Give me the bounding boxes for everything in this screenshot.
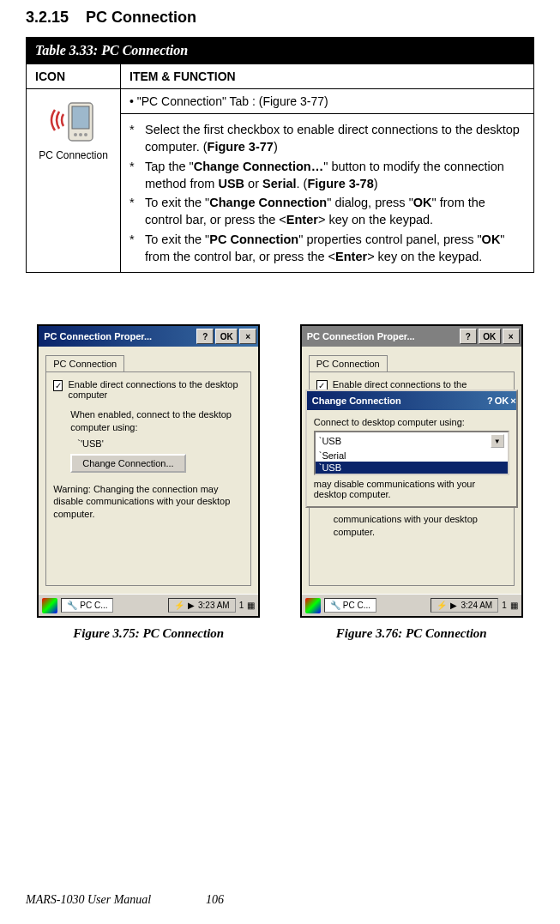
section-number: 3.2.15: [26, 9, 69, 26]
warning-text: Warning: Changing the connection may dis…: [53, 483, 244, 520]
window-titlebar: PC Connection Proper... ? OK ×: [302, 326, 521, 347]
function-cell: * Select the first checkbox to enable di…: [121, 114, 534, 273]
ok-button[interactable]: OK: [215, 329, 238, 344]
tray-icon: ⚡: [437, 601, 447, 610]
start-icon[interactable]: [42, 598, 57, 613]
svg-rect-1: [72, 106, 89, 129]
enable-checkbox[interactable]: ✓: [53, 380, 63, 391]
section-title: PC Connection: [86, 9, 196, 26]
start-icon[interactable]: [305, 598, 321, 613]
task-icon: 🔧: [67, 601, 77, 610]
help-button[interactable]: ?: [196, 329, 214, 344]
taskbar-task[interactable]: 🔧 PC C...: [324, 598, 376, 613]
task-label: PC C...: [343, 601, 370, 610]
bullet-marker: *: [129, 194, 140, 229]
chevron-down-icon[interactable]: ▼: [491, 434, 504, 448]
col-header-icon: ICON: [27, 64, 121, 89]
system-tray[interactable]: ⚡ ▶ 3:23 AM: [168, 598, 236, 613]
list-item: To exit the "Change Connection" dialog, …: [145, 194, 525, 229]
clock-time: 3:23 AM: [198, 601, 230, 610]
svg-point-2: [74, 133, 77, 136]
bullet-marker: *: [129, 231, 140, 266]
svg-point-3: [79, 133, 82, 136]
col-header-item: ITEM & FUNCTION: [121, 64, 534, 89]
close-button[interactable]: ×: [510, 396, 515, 406]
bullet-marker: *: [129, 121, 140, 156]
help-button[interactable]: ?: [460, 329, 477, 344]
list-item: To exit the "PC Connection" properties c…: [145, 231, 525, 266]
taskbar-task[interactable]: 🔧 PC C...: [61, 598, 113, 613]
select-value: `USB: [319, 436, 341, 446]
checkbox-label: Enable direct connections to the: [333, 379, 467, 390]
system-tray[interactable]: ⚡ ▶ 3:24 AM: [431, 598, 498, 613]
close-button[interactable]: ×: [239, 329, 256, 344]
dialog-warning: may disable communications with your des…: [314, 479, 509, 499]
bullet-marker: *: [129, 158, 140, 193]
tray-badge: 1: [239, 601, 244, 610]
page-footer: MARS-1030 User Manual 106: [26, 893, 534, 907]
figure-caption-right: Figure 3.76: PC Connection: [336, 626, 487, 641]
dialog-title: Change Connection: [312, 396, 485, 406]
pc-connection-table: Table 3.33: PC Connection ICON ITEM & FU…: [26, 37, 534, 273]
svg-point-4: [84, 133, 87, 136]
manual-name: MARS-1030 User Manual: [26, 893, 206, 907]
taskbar: 🔧 PC C... ⚡ ▶ 3:23 AM 1 ▦: [39, 594, 258, 616]
behind-warning-text: communications with your desktop compute…: [334, 513, 507, 538]
window-title: PC Connection Proper...: [44, 331, 196, 341]
icon-cell: PC Connection: [27, 89, 121, 273]
clock-arrow-icon: ▶: [188, 601, 195, 610]
pc-connection-icon: [48, 94, 99, 146]
close-button[interactable]: ×: [503, 329, 520, 344]
window-titlebar: PC Connection Proper... ? OK ×: [39, 326, 258, 347]
tray-badge: 1: [502, 601, 507, 610]
ok-button[interactable]: OK: [479, 329, 501, 344]
screenshot-right: PC Connection Proper... ? OK × PC Connec…: [300, 324, 523, 618]
figure-caption-left: Figure 3.75: PC Connection: [73, 626, 224, 641]
icon-label: PC Connection: [39, 149, 108, 161]
tray-icon: ⚡: [174, 601, 184, 610]
screenshot-left: PC Connection Proper... ? OK × PC Connec…: [37, 324, 260, 618]
clock-arrow-icon: ▶: [450, 601, 457, 610]
change-connection-button[interactable]: Change Connection...: [70, 454, 185, 473]
task-icon: 🔧: [330, 601, 340, 610]
tab-header-cell: • "PC Connection" Tab : (Figure 3-77): [121, 89, 534, 114]
option-serial[interactable]: `Serial: [316, 450, 508, 462]
taskbar: 🔧 PC C... ⚡ ▶ 3:24 AM 1 ▦: [302, 594, 521, 616]
screenshots-row: PC Connection Proper... ? OK × PC Connec…: [26, 324, 534, 641]
page-number: 106: [206, 893, 224, 907]
section-heading: 3.2.15 PC Connection: [26, 9, 534, 27]
dialog-label: Connect to desktop computer using:: [314, 417, 509, 427]
tab-pc-connection[interactable]: PC Connection: [45, 355, 124, 371]
connect-text: When enabled, connect to the desktop com…: [70, 408, 244, 433]
dialog-titlebar: Change Connection ? OK ×: [307, 391, 516, 410]
task-label: PC C...: [80, 601, 107, 610]
list-item: Tap the "Change Connection…" button to m…: [145, 158, 525, 193]
clock-time: 3:24 AM: [461, 601, 492, 610]
window-title: PC Connection Proper...: [307, 331, 460, 341]
tray-net-icon: ▦: [510, 601, 518, 610]
help-button[interactable]: ?: [487, 396, 493, 406]
checkbox-label: Enable direct connections to the desktop…: [68, 379, 244, 400]
tab-pc-connection[interactable]: PC Connection: [309, 355, 388, 371]
usb-label: `'USB': [77, 438, 244, 449]
tray-net-icon: ▦: [247, 601, 255, 610]
table-title: Table 3.33: PC Connection: [27, 38, 534, 64]
list-item: Select the first checkbox to enable dire…: [145, 121, 525, 156]
ok-button[interactable]: OK: [495, 396, 509, 406]
change-connection-dialog: Change Connection ? OK × Connect to desk…: [305, 390, 518, 508]
option-usb[interactable]: `USB: [316, 462, 508, 474]
connection-select[interactable]: `USB ▼ `Serial `USB: [314, 431, 509, 475]
